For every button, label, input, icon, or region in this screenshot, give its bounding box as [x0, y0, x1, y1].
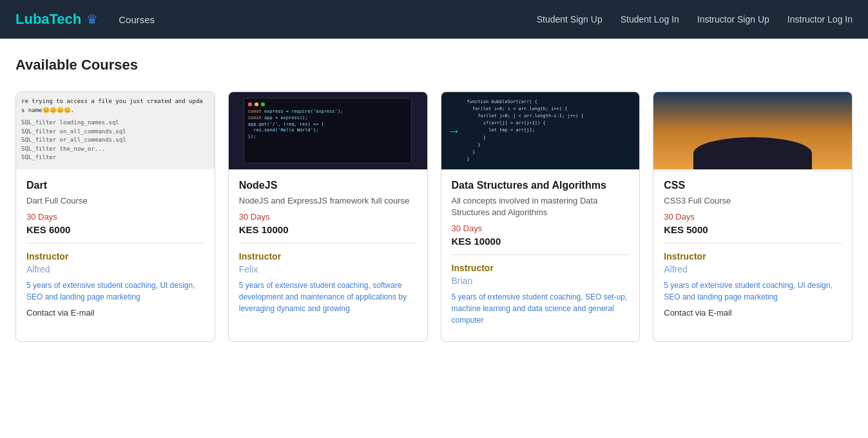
dart-thumbnail: re trying to access a file you just crea…	[16, 92, 215, 169]
page-title: Available Courses	[15, 57, 853, 73]
css-thumbnail	[653, 92, 852, 169]
nodejs-card-body: NodeJS NodeJS and ExpressJS framework fu…	[229, 169, 427, 341]
nodejs-price: KES 10000	[239, 224, 417, 243]
dart-card-body: Dart Dart Full Course 30 Days KES 6000 I…	[16, 169, 215, 341]
css-instructor-bio: 5 years of extensive student coaching, U…	[664, 280, 842, 303]
dart-duration: 30 Days	[26, 212, 204, 222]
dsa-instructor-name: Brian	[452, 276, 630, 286]
dsa-desc: All concepts involved in mastering Data …	[452, 195, 630, 218]
brand-logo[interactable]: LubaTech ♛	[15, 11, 98, 28]
dsa-instructor-bio: 5 years of extensive student coaching, S…	[452, 291, 630, 326]
crown-icon: ♛	[86, 12, 98, 27]
brand-name: LubaTech	[15, 11, 81, 28]
dart-price: KES 6000	[26, 224, 204, 243]
css-price: KES 5000	[664, 224, 842, 243]
nodejs-title: NodeJS	[239, 180, 417, 191]
nodejs-thumbnail: const express = require('express'); cons…	[229, 92, 427, 169]
css-duration: 30 Days	[664, 212, 842, 222]
student-signup-link[interactable]: Student Sign Up	[537, 14, 603, 24]
nodejs-desc: NodeJS and ExpressJS framework full cour…	[239, 195, 417, 207]
navbar-left: LubaTech ♛ Courses	[15, 11, 155, 28]
dart-title: Dart	[26, 180, 204, 191]
main-content: Available Courses re trying to access a …	[0, 39, 868, 342]
css-card-body: CSS CSS3 Full Course 30 Days KES 5000 In…	[653, 169, 852, 341]
navbar-right: Student Sign Up Student Log In Instructo…	[537, 14, 853, 24]
dart-desc: Dart Full Course	[26, 195, 204, 207]
arrow-icon: →	[448, 124, 461, 138]
courses-grid: re trying to access a file you just crea…	[15, 91, 853, 342]
dart-instructor-bio: 5 years of extensive student coaching, U…	[26, 280, 204, 303]
dsa-instructor-label: Instructor	[452, 263, 630, 273]
css-instructor-label: Instructor	[664, 251, 842, 262]
dsa-thumbnail: → function bubbleSort(arr) { for(let i=0…	[441, 92, 640, 169]
dsa-price: KES 10000	[452, 236, 630, 255]
course-card-dsa: → function bubbleSort(arr) { for(let i=0…	[441, 91, 641, 342]
nodejs-instructor-name: Felix	[239, 264, 417, 274]
navbar: LubaTech ♛ Courses Student Sign Up Stude…	[0, 0, 868, 39]
dart-instructor-label: Instructor	[26, 251, 204, 262]
dart-contact[interactable]: Contact via E-mail	[26, 308, 204, 318]
course-card-dart: re trying to access a file you just crea…	[15, 91, 215, 342]
dsa-title: Data Structures and Algorithms	[452, 180, 630, 191]
dsa-duration: 30 Days	[452, 224, 630, 233]
css-title: CSS	[664, 180, 842, 191]
instructor-signup-link[interactable]: Instructor Sign Up	[697, 14, 769, 24]
nav-courses[interactable]: Courses	[119, 14, 155, 25]
nodejs-instructor-bio: 5 years of extensive student coaching, s…	[239, 280, 417, 314]
course-card-css: CSS CSS3 Full Course 30 Days KES 5000 In…	[653, 91, 853, 342]
css-instructor-name: Alfred	[664, 264, 842, 274]
course-card-nodejs: const express = require('express'); cons…	[228, 91, 428, 342]
nodejs-instructor-label: Instructor	[239, 251, 417, 262]
instructor-login-link[interactable]: Instructor Log In	[787, 14, 853, 24]
css-contact[interactable]: Contact via E-mail	[664, 308, 842, 318]
css-desc: CSS3 Full Course	[664, 195, 842, 207]
css-hill-shape	[693, 137, 813, 169]
dsa-card-body: Data Structures and Algorithms All conce…	[441, 169, 640, 341]
dart-instructor-name: Alfred	[26, 264, 204, 274]
nodejs-duration: 30 Days	[239, 212, 417, 222]
student-login-link[interactable]: Student Log In	[621, 14, 679, 24]
